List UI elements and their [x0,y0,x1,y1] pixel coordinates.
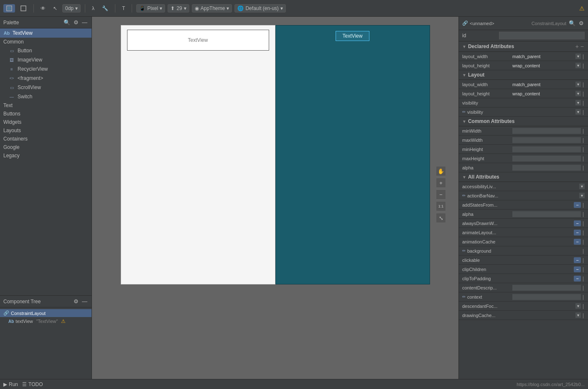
attr-search-btn[interactable]: 🔍 [568,19,576,27]
layout-width-dropdown[interactable]: ▾ [575,82,581,87]
palette-category-legacy[interactable]: Legacy [0,151,92,160]
declared-section-header[interactable]: ▼ Declared Attributes + − [459,41,588,52]
all-animationcache-btn[interactable]: − [574,239,580,245]
tree-item-constraintlayout[interactable]: 🔗 ConstraintLayout [0,309,92,317]
all-clipchildren-btn[interactable]: − [574,266,580,272]
palette-category-text[interactable]: Text [0,101,92,110]
all-context-edit[interactable]: | [582,294,585,300]
palette-item-fragment[interactable]: <> <fragment> [0,74,92,83]
all-drawingcache-dropdown[interactable]: ▾ [575,312,581,318]
tree-gear-btn[interactable]: ⚙ [73,297,79,305]
tree-item-textview[interactable]: Ab textView "TextView" ⚠ [0,317,92,325]
all-clickable-btn[interactable]: − [574,257,580,263]
common-maxwidth-edit[interactable]: | [582,137,585,143]
all-background-edit[interactable]: | [582,248,585,254]
all-alwaysdrawnw-edit[interactable]: | [582,220,585,226]
layout-section-header[interactable]: ▼ Layout [459,70,588,80]
all-cliptopadding-btn[interactable]: − [574,276,580,282]
declared-add-btn[interactable]: + [575,43,580,50]
common-minheight-edit[interactable]: | [582,146,585,152]
layout-visibility2-edit[interactable]: | [582,109,585,115]
all-contentdescrip-edit[interactable]: | [582,285,585,291]
palette-category-buttons[interactable]: Buttons [0,110,92,118]
palette-category-containers[interactable]: Containers [0,135,92,143]
all-descendantfoc-dropdown[interactable]: ▾ [575,303,581,309]
hand-btn[interactable]: ✋ [436,166,446,176]
all-animationcache-edit[interactable]: | [582,239,585,245]
all-alpha-input[interactable] [512,211,581,217]
all-animatelayout-edit[interactable]: | [582,230,585,235]
all-actionbarnav-dropdown[interactable]: ▾ [579,193,585,198]
common-minwidth-edit[interactable]: | [582,128,585,134]
all-alwaysdrawnw-btn[interactable]: − [574,220,580,226]
declared-layout-height-edit[interactable]: | [582,63,585,69]
palette-search-btn[interactable]: 🔍 [63,18,71,26]
common-alpha-input[interactable] [512,165,581,171]
lambda-btn[interactable]: λ [89,5,97,12]
attr-gear-btn[interactable]: ⚙ [578,19,585,27]
palette-textview-item[interactable]: Ab TextView [0,28,92,38]
api-dropdown[interactable]: ⬆ 29 ▾ [168,4,189,13]
design-view[interactable]: TextView [121,25,275,284]
common-maxheight-input[interactable] [512,156,581,161]
all-addstatesfrom-edit[interactable]: | [582,202,585,208]
common-attrs-section-header[interactable]: ▼ Common Attributes [459,117,588,126]
layout-visibility2-dropdown[interactable]: ▾ [575,109,581,115]
all-accessibilityliv-dropdown[interactable]: ▾ [579,184,585,189]
palette-gear-btn[interactable]: ⚙ [73,18,79,26]
palette-category-layouts[interactable]: Layouts [0,126,92,135]
common-minwidth-input[interactable] [512,128,581,134]
declared-layout-height-dropdown[interactable]: ▾ [575,63,581,68]
palette-category-widgets[interactable]: Widgets [0,118,92,126]
design-tab[interactable] [3,4,15,13]
wrench-btn[interactable]: 🔧 [99,5,111,12]
zero-dp-dropdown[interactable]: 0dp ▾ [62,4,81,13]
zoom-in-btn[interactable]: + [436,178,446,188]
blueprint-tab[interactable] [18,4,29,13]
layout-visibility-edit[interactable]: | [582,100,585,106]
all-animatelayout-btn[interactable]: − [574,230,580,235]
all-attrs-section-header[interactable]: ▼ All Attributes [459,172,588,182]
zoom-out-btn[interactable]: − [436,189,446,200]
palette-item-switch[interactable]: — Switch [0,92,92,101]
one-to-one-btn[interactable]: 1:1 [436,201,446,211]
common-maxheight-edit[interactable]: | [582,156,585,161]
layout-height-edit[interactable]: | [582,91,585,97]
tree-minimize-btn[interactable]: — [81,297,88,305]
fit-btn[interactable]: ⤡ [436,213,446,223]
palette-minimize-btn[interactable]: — [81,18,88,26]
palette-category-google[interactable]: Google [0,143,92,151]
common-alpha-edit[interactable]: | [582,165,585,171]
declared-remove-btn[interactable]: − [580,43,585,50]
palette-item-button[interactable]: ▭ Button [0,46,92,55]
all-alpha-edit[interactable]: | [582,211,585,217]
layout-width-edit[interactable]: | [582,82,585,87]
theme-dropdown[interactable]: ◉ AppTheme ▾ [192,4,232,13]
all-clickable-edit[interactable]: | [582,257,585,263]
eye-btn[interactable]: 👁 [38,5,48,12]
palette-item-scrollview[interactable]: ▭ ScrollView [0,83,92,92]
attr-id-input[interactable] [499,32,585,39]
all-contentdescrip-input[interactable] [512,285,581,291]
palette-item-recyclerview[interactable]: ≡ RecyclerView [0,64,92,74]
declared-layout-width-edit[interactable]: | [582,54,585,59]
all-cliptopadding-edit[interactable]: | [582,276,585,282]
palette-item-imageview[interactable]: 🖼 ImageView [0,55,92,64]
textview-selected[interactable]: TextView [336,31,370,41]
layout-visibility-dropdown[interactable]: ▾ [575,100,581,105]
all-addstatesfrom-btn[interactable]: − [574,202,580,208]
locale-dropdown[interactable]: 🌐 Default (en-us) ▾ [234,4,285,13]
all-context-input[interactable] [512,294,581,300]
todo-btn[interactable]: ☰ TODO [22,381,43,387]
run-btn[interactable]: ▶ ▶ Run Run [3,381,18,387]
palette-category-common[interactable]: Common [0,38,92,46]
device-dropdown[interactable]: 📱 Pixel ▾ [136,4,165,13]
pointer-btn[interactable]: ↖ [51,5,60,12]
declared-layout-width-dropdown[interactable]: ▾ [575,54,581,59]
textview-wireframe[interactable]: TextView [127,30,269,51]
all-descendantfoc-edit[interactable]: | [582,303,585,309]
common-maxwidth-input[interactable] [512,137,581,143]
all-clipchildren-edit[interactable]: | [582,266,585,272]
text-btn[interactable]: T [120,5,127,12]
all-drawingcache-edit[interactable]: | [582,312,585,318]
